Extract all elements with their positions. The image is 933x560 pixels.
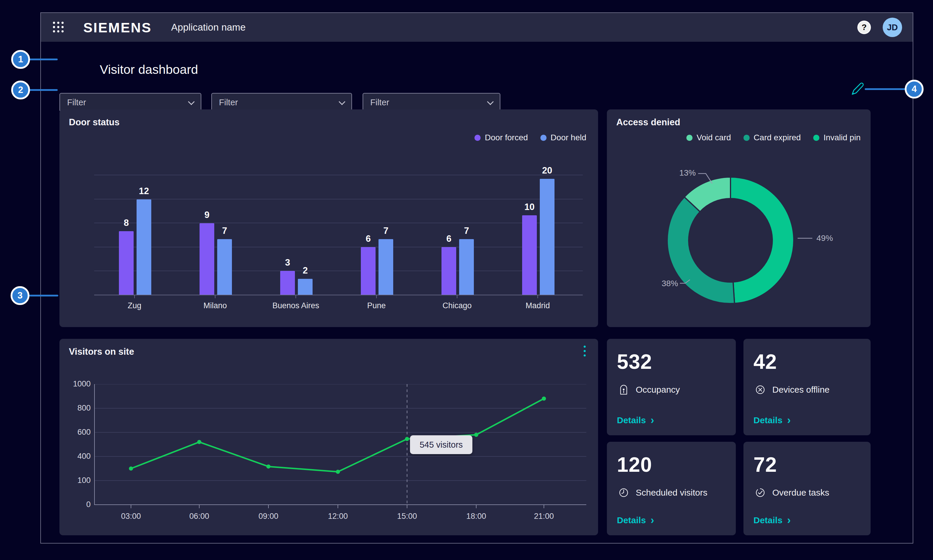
bar-value-label: 10 [519,202,540,212]
kebab-icon [584,346,586,348]
filter-select-2[interactable]: Filter [211,93,352,112]
clock-icon [617,486,631,499]
y-tick-label: 1000 [63,379,91,389]
chevron-down-icon [487,98,494,105]
chevron-right-icon: › [787,416,791,425]
help-button[interactable]: ? [857,21,871,34]
annotation-1-line [29,58,58,60]
bar-chart-plot: 812Zug97Milano32Buenos Aires67Pune67Chic… [94,175,583,295]
annotation-2-line [29,89,58,91]
category-label: Madrid [505,301,570,310]
bar-door-held [298,279,313,295]
device-offline-icon [754,383,767,397]
category-label: Buenos Aires [264,301,328,310]
grid-line [94,271,583,271]
filter-select-3[interactable]: Filter [362,93,500,112]
details-link[interactable]: Details› [617,415,654,425]
kpi-card-devices-offline: 42 Devices offline Details› [743,339,871,435]
legend-item: Door held [540,133,586,142]
kpi-card-scheduled-visitors: 120 Scheduled visitors Details› [607,442,736,535]
chevron-right-icon: › [651,416,654,425]
category-label: Zug [102,301,167,310]
access-denied-card: Access denied Void card Card expired Inv… [607,109,871,327]
axis-tick [296,295,296,298]
grid-line [94,199,583,199]
kpi-card-overdue-tasks: 72 Overdue tasks Details› [743,442,871,535]
card-title: Visitors on site [69,346,134,357]
occupancy-icon [617,383,631,397]
legend-dot [540,135,547,141]
filter-select-1[interactable]: Filter [59,93,201,112]
filter-label: Filter [370,98,389,107]
kpi-value: 42 [754,350,777,374]
app-window: SIEMENS Application name ? JD Visitor da… [40,12,913,543]
visitor-dashboard-screen: SIEMENS Application name ? JD Visitor da… [0,0,933,560]
bar-door-forced [522,215,537,295]
legend-label: Door held [551,133,586,142]
bar-door-forced [441,247,456,295]
line-chart-plot [94,384,589,512]
axis-tick [457,295,457,298]
card-title: Door status [69,117,119,128]
app-launcher-button[interactable] [51,20,65,35]
bar-door-forced [280,271,295,295]
kpi-label-text: Devices offline [772,385,830,395]
details-link[interactable]: Details› [617,515,654,525]
question-mark-icon: ? [862,23,867,32]
app-header: SIEMENS Application name ? JD [41,13,913,42]
grid-line [94,223,583,223]
axis-tick [376,295,377,298]
x-tick-label: 03:00 [108,512,154,521]
x-tick-label: 18:00 [453,512,500,521]
category-label: Pune [344,301,409,310]
slice-label-invalid-pin: 49% [816,234,833,243]
slice-label-void-card: 13% [673,168,696,178]
application-name: Application name [171,22,246,33]
filter-label: Filter [67,98,86,107]
annotation-3-line [29,295,58,297]
y-tick-label: 100 [63,476,91,485]
grid-line [94,247,583,247]
details-link[interactable]: Details› [754,415,791,425]
user-avatar[interactable]: JD [883,18,902,37]
task-check-icon [754,486,767,499]
x-tick-label: 15:00 [384,512,430,521]
bar-door-forced [199,223,214,295]
legend-item: Door forced [475,133,528,142]
kpi-label-text: Overdue tasks [772,488,829,498]
y-tick-label: 400 [63,452,91,461]
bar-door-held [137,199,151,295]
x-tick-label: 12:00 [315,512,361,521]
edit-dashboard-button[interactable] [850,81,866,97]
annotation-4-line [865,88,906,90]
annotation-2: 2 [11,81,30,99]
legend-label: Door forced [485,133,528,142]
y-tick-label: 800 [63,403,91,413]
x-tick-label: 06:00 [176,512,223,521]
door-status-card: Door status Door forced Door held 812Zug… [59,109,598,327]
kpi-label-text: Scheduled visitors [636,488,707,498]
page-title: Visitor dashboard [100,62,198,77]
bar-door-forced [361,247,376,295]
bar-door-held [217,239,232,295]
bar-value-label: 2 [295,265,316,276]
bar-value-label: 9 [197,210,217,220]
chevron-down-icon [188,98,195,105]
bar-door-held [540,179,555,295]
category-label: Chicago [425,301,489,310]
chevron-right-icon: › [787,516,791,525]
x-tick-label: 21:00 [520,512,568,521]
y-tick-label: 0 [63,500,91,509]
bar-door-held [459,239,474,295]
axis-tick [215,295,216,298]
visitors-on-site-card: Visitors on site 01004006008001000 03:00… [59,339,598,535]
card-menu-button[interactable] [578,345,591,359]
details-link[interactable]: Details› [754,515,791,525]
axis-tick [134,295,135,298]
bar-value-label: 12 [134,186,154,197]
bar-value-label: 8 [116,218,137,228]
kpi-value: 72 [754,453,777,477]
slice-label-card-expired: 38% [655,279,678,288]
grid-line [94,175,583,175]
bar-value-label: 7 [214,226,235,236]
